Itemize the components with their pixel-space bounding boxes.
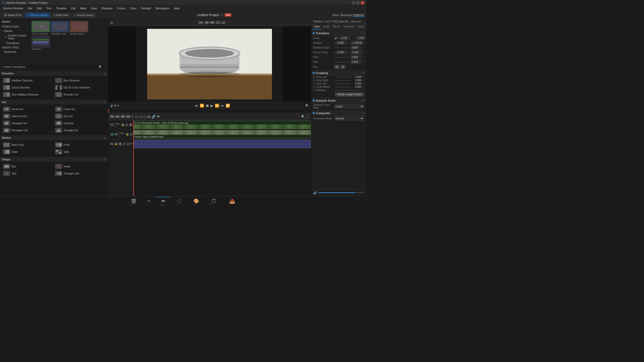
skip-start-icon[interactable]: ⏮ xyxy=(110,21,113,24)
prev-frame-icon[interactable]: ⏮ xyxy=(195,104,198,108)
arrow-iris-item[interactable]: Arrow Iris xyxy=(2,106,54,113)
flip-h-button[interactable] xyxy=(334,65,339,69)
tl-select-icon[interactable]: ↖ xyxy=(131,115,134,119)
pitch-slider[interactable] xyxy=(334,57,349,58)
hexagon-iris-item[interactable]: Hexagon Iris xyxy=(2,120,54,127)
menu-edit[interactable]: Edit xyxy=(35,6,44,10)
v2-mute-icon[interactable]: 🔇 xyxy=(129,123,133,127)
dynamic-zoom-add[interactable]: + xyxy=(361,99,362,102)
overlay-icon[interactable]: ▾ xyxy=(117,104,119,107)
heart-item[interactable]: ♥ Heart xyxy=(54,163,106,170)
timeline-dropdown[interactable]: ▾ xyxy=(221,14,223,16)
play-icon[interactable]: ▶ xyxy=(211,104,213,108)
composite-header[interactable]: Composite + ↺ xyxy=(311,111,366,116)
yaw-input[interactable] xyxy=(350,60,361,64)
v2-track-row[interactable]: 0-12-7-2021 Beer Bucket - does not fill … xyxy=(133,120,311,130)
thumbnail-item-3[interactable]: Timeline 1 xyxy=(32,36,50,50)
crop-right-slider[interactable] xyxy=(335,80,350,81)
tl-zoom-icon[interactable]: 🔍 xyxy=(301,115,305,118)
position-x-input[interactable] xyxy=(336,41,347,45)
inspector-label[interactable]: Inspector xyxy=(353,13,364,17)
tl-flag-icon[interactable]: ⚑ xyxy=(157,115,160,119)
softness-reset[interactable]: ↺ xyxy=(363,89,364,91)
flip-v-button[interactable] xyxy=(340,65,345,69)
minimize-button[interactable]: ─ xyxy=(352,1,355,5)
nav-fusion[interactable]: ⬡ Fusion xyxy=(171,197,188,205)
retain-image-button[interactable]: Retain Image Position xyxy=(335,92,364,97)
composite-reset[interactable]: ↺ xyxy=(363,112,365,115)
close-button[interactable]: ✕ xyxy=(361,1,364,5)
cropping-add-icon[interactable]: + xyxy=(361,72,362,74)
zoom-reset-x[interactable]: ↺ xyxy=(351,37,353,39)
menu-trim[interactable]: Trim xyxy=(44,6,54,10)
menu-file[interactable]: File xyxy=(26,6,34,10)
shape-header[interactable]: Shape ▲ xyxy=(0,157,108,162)
tl-full-icon[interactable]: ⛶ xyxy=(306,115,309,118)
toolbox-more-icon[interactable]: ⋯ xyxy=(103,65,106,69)
edit-index-button[interactable]: ≡ Edit Index xyxy=(51,13,71,17)
rotation-slider[interactable] xyxy=(334,48,349,48)
anchor-x-input[interactable] xyxy=(336,51,347,54)
volume-slider[interactable] xyxy=(318,192,364,193)
dynamic-zoom-select[interactable]: Linear xyxy=(334,104,364,109)
v1-track-row[interactable]: Pexels Videos 2089678.mp4 xyxy=(133,130,311,139)
zoom-y-input[interactable] xyxy=(356,36,366,40)
safe-area-icon[interactable]: ⊞ xyxy=(114,104,116,107)
a1-clip-block[interactable] xyxy=(133,140,311,148)
nav-fairlight[interactable]: 🎵 Fairlight xyxy=(204,197,223,205)
nav-edit[interactable]: ✏ Edit xyxy=(156,197,170,205)
slide-item[interactable]: Slide xyxy=(2,148,54,155)
fast-forward-icon[interactable]: ⏩ xyxy=(215,104,219,108)
zoom-link-icon[interactable]: 🔗 xyxy=(334,37,337,39)
rotation-reset[interactable]: ↺ xyxy=(363,47,364,49)
inspector-tab-effects[interactable]: Effects xyxy=(331,24,342,29)
custom-fusion-item[interactable]: ▶ Custom Fusion Titles xyxy=(0,33,29,41)
inspector-tab-video[interactable]: Video xyxy=(312,24,321,29)
menu-color[interactable]: Color xyxy=(128,6,139,10)
effects-library-button[interactable]: ✦ Effects Library xyxy=(25,13,50,17)
a1-solo-icon[interactable]: S xyxy=(123,142,126,146)
a1-lock-icon[interactable]: 🔒 xyxy=(114,142,118,146)
fit-label[interactable]: Fit xyxy=(198,21,204,24)
menu-workspace[interactable]: Workspace xyxy=(153,6,171,10)
star-item[interactable]: ★ Star xyxy=(2,170,54,177)
menu-playback[interactable]: Playback xyxy=(99,6,115,10)
crop-left-reset[interactable]: ↺ xyxy=(363,76,364,78)
barn-door-item[interactable]: Barn Door xyxy=(2,141,54,148)
tl-clip-icon[interactable]: ▭ xyxy=(139,115,142,119)
zoom-in-icon[interactable]: 🔍 xyxy=(305,104,309,107)
maximize-button[interactable]: □ xyxy=(356,1,360,5)
master-bin-item[interactable]: ▾ Master xyxy=(0,29,29,33)
loop-icon[interactable]: 🔁 xyxy=(226,104,230,108)
v2-clip-block[interactable]: 0-12-7-2021 Beer Bucket - does not fill … xyxy=(133,121,311,129)
diamond-iris-item[interactable]: Diamond Iris xyxy=(2,113,54,120)
cross-iris-item[interactable]: Cross Iris xyxy=(54,106,106,113)
cropping-header[interactable]: Cropping + ↺ xyxy=(311,70,366,75)
transform-reset-icon[interactable]: ↺ xyxy=(363,32,365,35)
crop-left-slider[interactable] xyxy=(335,77,350,77)
dynamic-zoom-header[interactable]: Dynamic Zoom + ⇄ xyxy=(311,98,366,103)
position-y-input[interactable] xyxy=(351,41,364,45)
box-item[interactable]: Box xyxy=(2,163,54,170)
thumbnail-item-2[interactable]: Pexels Videos 268... xyxy=(70,21,88,35)
composite-add[interactable]: + xyxy=(361,112,362,115)
menu-view[interactable]: View xyxy=(89,6,99,10)
menu-help[interactable]: Help xyxy=(172,6,182,10)
cross-dissolve-item[interactable]: Cross Dissolve xyxy=(2,84,54,91)
nav-media[interactable]: 🎬 Media xyxy=(125,197,142,205)
iris-header[interactable]: Iris ▲ xyxy=(0,100,108,105)
pitch-reset[interactable]: ↺ xyxy=(363,56,364,58)
crop-top-reset[interactable]: ↺ xyxy=(363,82,364,85)
yaw-reset[interactable]: ↺ xyxy=(363,61,364,63)
tl-jkl-icon[interactable]: ⬡ xyxy=(143,115,146,119)
sound-library-button[interactable]: ♪ Sound Library xyxy=(72,13,96,17)
v1-lock-icon[interactable]: 🔒 xyxy=(126,133,129,136)
v1-eye-icon[interactable]: 👁 xyxy=(130,133,133,136)
menu-fusion[interactable]: Fusion xyxy=(115,6,128,10)
eye-iris-item[interactable]: Eye Iris xyxy=(54,113,106,120)
crop-right-reset[interactable]: ↺ xyxy=(363,79,364,81)
search-icon[interactable]: 🔍 xyxy=(99,65,102,69)
transform-header[interactable]: Transform + ↺ xyxy=(311,31,366,36)
push-item[interactable]: Push xyxy=(54,141,106,148)
mixer-label[interactable]: Mixer xyxy=(333,14,339,17)
